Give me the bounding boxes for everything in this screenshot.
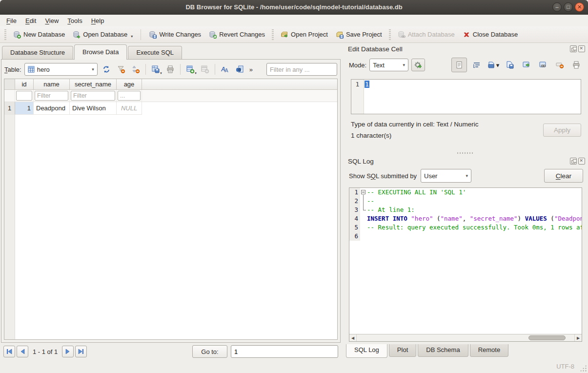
apply-data-button[interactable] <box>520 59 533 71</box>
goto-input[interactable] <box>231 345 338 358</box>
clear-filters-button[interactable] <box>115 63 127 75</box>
save-table-button[interactable]: ▾ <box>150 63 162 75</box>
apply-cell-button[interactable] <box>411 59 425 71</box>
close-icon[interactable]: ✕ <box>575 2 584 12</box>
log-hscrollbar[interactable]: ◀ ▶ <box>349 334 582 341</box>
open-project-button[interactable]: Open Project <box>277 29 331 41</box>
scroll-left-icon[interactable]: ◀ <box>349 334 357 341</box>
chevron-down-icon: ▾ <box>466 173 468 178</box>
mode-select[interactable]: Text ▾ <box>369 59 408 71</box>
column-filter-input-id[interactable] <box>16 91 32 101</box>
first-record-button[interactable] <box>3 346 15 357</box>
row-header[interactable]: 1 <box>4 102 15 115</box>
column-header-secret_name[interactable]: secret_name <box>70 79 117 89</box>
minimize-icon[interactable]: – <box>552 2 562 12</box>
scrollbar-thumb[interactable] <box>528 335 566 340</box>
find-in-table-icon <box>235 65 244 74</box>
encoding-indicator[interactable]: UTF-8 <box>556 363 574 370</box>
grid-cell-id[interactable]: 1 <box>15 102 34 115</box>
log-line-text: -- Result: query executed successfully. … <box>367 223 582 232</box>
word-wrap-button[interactable] <box>470 59 484 71</box>
open-database-icon <box>73 31 81 39</box>
table-row: 11DeadpondDive WilsonNULL <box>4 102 337 115</box>
resize-grip[interactable] <box>580 365 587 372</box>
open-database-button[interactable]: Open Database ▾ <box>69 29 136 41</box>
show-sql-select[interactable]: User ▾ <box>421 169 471 183</box>
toolbar-grip[interactable] <box>272 29 274 40</box>
export-file-button[interactable] <box>503 59 517 71</box>
log-line-text: -- At line 1: <box>367 206 415 214</box>
menu-edit[interactable]: Edit <box>21 16 41 26</box>
filter-any-input[interactable] <box>266 63 337 76</box>
print-button[interactable] <box>164 63 176 75</box>
overflow-chevron-icon[interactable]: » <box>248 66 254 73</box>
tab-database-structure[interactable]: Database Structure <box>2 46 73 59</box>
close-panel-icon[interactable] <box>578 45 585 52</box>
clear-sorting-button[interactable] <box>130 63 142 75</box>
grid-cell-age[interactable]: NULL <box>117 102 142 115</box>
font-format-icon: AA <box>221 65 229 74</box>
grid-cell-secret_name[interactable]: Dive Wilson <box>70 102 117 115</box>
dock-splitter[interactable] <box>345 150 586 155</box>
open-database-label: Open Database <box>83 31 127 38</box>
chevron-down-icon: ▾ <box>403 62 406 67</box>
clear-log-button[interactable]: Clear <box>544 169 583 183</box>
table-select[interactable]: hero ▾ <box>24 63 98 76</box>
set-null-button[interactable] <box>553 59 567 71</box>
close-panel-icon[interactable] <box>578 158 585 165</box>
column-filter-input-age[interactable] <box>118 91 141 101</box>
toolbar-grip[interactable] <box>4 29 6 40</box>
scroll-right-icon[interactable]: ▶ <box>574 334 582 341</box>
dock-tab-plot[interactable]: Plot <box>389 344 416 357</box>
import-file-button[interactable]: ▾ <box>487 59 500 71</box>
text-mode-button[interactable] <box>451 58 467 72</box>
last-record-button[interactable] <box>75 346 87 357</box>
float-panel-icon[interactable] <box>570 158 577 165</box>
find-in-table-button[interactable] <box>234 63 245 75</box>
dropdown-caret-icon[interactable]: ▾ <box>131 34 133 39</box>
maximize-icon[interactable]: □ <box>564 2 573 12</box>
insert-record-button[interactable]: ▾ <box>184 63 196 75</box>
grid-corner-cell[interactable] <box>4 79 15 89</box>
sql-log-area[interactable]: 1-- EXECUTING ALL IN 'SQL 1'2--3-- At li… <box>349 188 582 334</box>
column-header-name[interactable]: name <box>34 79 70 89</box>
save-project-button[interactable]: Save Project <box>332 29 385 41</box>
column-filter-input-secret_name[interactable] <box>71 91 115 101</box>
prev-record-button[interactable] <box>17 346 28 357</box>
sql-log-line: 2-- <box>349 197 582 206</box>
fold-marker-icon <box>360 206 367 214</box>
log-line-text: -- <box>367 197 374 206</box>
column-header-age[interactable]: age <box>117 79 142 89</box>
menu-help[interactable]: Help <box>87 16 109 26</box>
menu-tools[interactable]: Tools <box>63 16 86 26</box>
edit-cell-dock: Edit Database Cell Mode: Text ▾ ▾ <box>345 43 586 150</box>
font-format-button[interactable]: AA <box>219 63 231 75</box>
float-panel-icon[interactable] <box>570 45 577 52</box>
new-database-button[interactable]: New Database <box>10 29 68 41</box>
revert-changes-button[interactable]: Revert Changes <box>205 29 268 41</box>
tab-execute-sql[interactable]: Execute SQL <box>128 46 182 59</box>
toolbar-grip[interactable] <box>389 29 391 40</box>
close-database-button[interactable]: Close Database <box>459 29 522 41</box>
attach-database-icon <box>398 31 406 39</box>
column-header-id[interactable]: id <box>15 79 34 89</box>
menu-file[interactable]: File <box>2 16 21 26</box>
next-record-button[interactable] <box>62 346 74 357</box>
cell-editor[interactable]: 1 1 <box>351 79 581 114</box>
dock-tab-db-schema[interactable]: DB Schema <box>418 344 468 357</box>
link-data-button[interactable] <box>536 59 550 71</box>
print-cell-button[interactable] <box>569 59 583 71</box>
column-filter-input-name[interactable] <box>35 91 68 101</box>
new-database-label: New Database <box>23 31 65 38</box>
refresh-button[interactable] <box>101 63 112 75</box>
tab-browse-data[interactable]: Browse Data <box>74 44 127 60</box>
write-changes-button[interactable]: Write Changes <box>145 29 204 41</box>
dock-tab-remote[interactable]: Remote <box>470 344 509 357</box>
fold-marker-icon[interactable] <box>360 188 367 197</box>
goto-button[interactable]: Go to: <box>192 345 227 358</box>
first-page-icon <box>6 349 12 354</box>
grid-cell-name[interactable]: Deadpond <box>34 102 70 115</box>
dock-tab-sql-log[interactable]: SQL Log <box>346 344 387 358</box>
print-icon <box>572 61 581 69</box>
menu-view[interactable]: View <box>41 16 63 26</box>
